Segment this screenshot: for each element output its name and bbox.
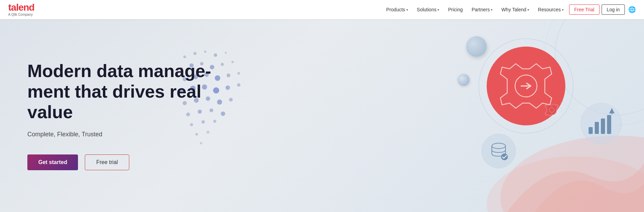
hero-title: Modern data manage-ment that drives real…	[27, 61, 219, 122]
chevron-down-icon: ▾	[562, 8, 564, 12]
svg-point-13	[221, 63, 224, 66]
main-gear-illustration	[476, 36, 576, 136]
svg-point-4	[183, 55, 186, 58]
svg-rect-52	[595, 122, 599, 134]
svg-point-19	[227, 74, 231, 77]
chevron-down-icon: ▾	[491, 8, 492, 12]
globe-icon[interactable]: 🌐	[628, 6, 636, 13]
hero-buttons: Get started Free trial	[27, 154, 219, 170]
nav-item-why-talend[interactable]: Why Talend ▾	[498, 5, 533, 14]
logo-subtitle: A Qlik Company	[8, 13, 34, 16]
nav-free-trial-button[interactable]: Free Trial	[569, 4, 600, 15]
hero-content: Modern data manage-ment that drives real…	[27, 61, 219, 170]
svg-rect-53	[601, 119, 605, 134]
nav-item-pricing[interactable]: Pricing	[445, 5, 466, 14]
nav-item-partners[interactable]: Partners ▾	[468, 5, 496, 14]
svg-rect-51	[589, 127, 593, 134]
chevron-down-icon: ▾	[527, 8, 529, 12]
logo-name: talend	[8, 3, 34, 12]
svg-point-35	[221, 112, 225, 116]
floating-sphere-2	[458, 74, 470, 86]
chevron-down-icon: ▾	[406, 8, 408, 12]
svg-point-7	[214, 53, 217, 57]
svg-point-26	[237, 83, 240, 87]
nav-item-resources[interactable]: Resources ▾	[535, 5, 567, 14]
svg-point-25	[226, 86, 230, 90]
hero-section: Modern data manage-ment that drives real…	[0, 19, 644, 212]
hero-subtitle: Complete, Flexible, Trusted	[27, 131, 219, 138]
nav-login-button[interactable]: Log in	[602, 4, 625, 15]
svg-point-20	[237, 72, 240, 75]
svg-rect-54	[607, 115, 611, 134]
nav-links: Products ▾ Solutions ▾ Pricing Partners …	[383, 5, 567, 14]
database-circle	[480, 132, 517, 170]
svg-point-45	[547, 105, 557, 115]
nav-item-products[interactable]: Products ▾	[383, 5, 411, 14]
free-trial-button[interactable]: Free trial	[85, 154, 129, 170]
svg-point-6	[204, 51, 207, 53]
svg-point-8	[225, 52, 227, 54]
navbar: talend A Qlik Company Products ▾ Solutio…	[0, 0, 644, 19]
chevron-down-icon: ▾	[437, 8, 439, 12]
chart-circle	[579, 101, 623, 146]
nav-item-solutions[interactable]: Solutions ▾	[413, 5, 443, 14]
svg-point-5	[194, 52, 197, 55]
get-started-button[interactable]: Get started	[27, 154, 78, 170]
svg-point-47	[482, 134, 516, 168]
logo[interactable]: talend A Qlik Company	[8, 3, 34, 16]
svg-point-31	[229, 98, 233, 102]
svg-point-14	[232, 61, 234, 63]
